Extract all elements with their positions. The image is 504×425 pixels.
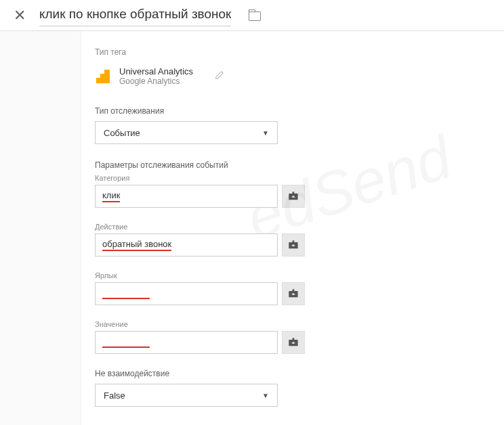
value-variable-button[interactable] <box>282 331 305 354</box>
svg-rect-11 <box>291 294 295 295</box>
svg-rect-13 <box>293 338 295 340</box>
chevron-down-icon: ▼ <box>262 129 269 137</box>
page-title[interactable]: клик по кнопке обратный звонок <box>39 4 231 26</box>
svg-rect-5 <box>293 240 295 242</box>
tracking-type-value: Событие <box>104 128 140 138</box>
value-underline <box>102 346 150 348</box>
content: edSend Тип тега Universal Analytics Goog… <box>81 31 504 425</box>
svg-rect-7 <box>291 246 295 246</box>
tracking-type-label: Тип отслеживания <box>95 106 490 116</box>
chevron-down-icon: ▼ <box>262 392 269 399</box>
no-interaction-value: False <box>104 390 125 401</box>
tag-type-row: Universal Analytics Google Analytics <box>95 66 490 86</box>
category-label: Категория <box>95 174 490 182</box>
value-label: Значение <box>95 320 490 328</box>
action-label: Действие <box>95 223 490 231</box>
tag-type-name: Universal Analytics <box>119 66 193 76</box>
no-interaction-select[interactable]: False ▼ <box>95 384 278 407</box>
action-value: обратный звонок <box>102 239 171 251</box>
no-interaction-label: Не взаимодействие <box>95 369 490 378</box>
svg-rect-1 <box>293 192 295 194</box>
action-input[interactable]: обратный звонок <box>95 233 278 256</box>
ticket-label: Ярлык <box>95 271 490 279</box>
tag-type-sub: Google Analytics <box>119 76 193 86</box>
ticket-variable-button[interactable] <box>282 282 305 305</box>
svg-rect-3 <box>291 197 295 198</box>
folder-icon[interactable] <box>249 12 261 21</box>
category-input[interactable]: клик <box>95 185 278 208</box>
category-value: клик <box>102 190 120 202</box>
event-params-label: Параметры отслеживания событий <box>95 160 490 170</box>
edit-icon[interactable] <box>215 70 224 82</box>
svg-rect-15 <box>291 343 295 344</box>
header: ✕ клик по кнопке обратный звонок <box>0 0 504 31</box>
universal-analytics-icon <box>95 68 111 85</box>
tracking-type-select[interactable]: Событие ▼ <box>95 121 278 144</box>
value-input[interactable] <box>95 331 278 354</box>
category-variable-button[interactable] <box>282 185 305 208</box>
ticket-input[interactable] <box>95 282 278 305</box>
sidebar <box>0 31 81 425</box>
ticket-underline <box>102 298 150 299</box>
close-icon[interactable]: ✕ <box>14 8 26 23</box>
svg-rect-9 <box>293 289 295 291</box>
tag-type-label: Тип тега <box>95 47 490 57</box>
action-variable-button[interactable] <box>282 233 305 256</box>
